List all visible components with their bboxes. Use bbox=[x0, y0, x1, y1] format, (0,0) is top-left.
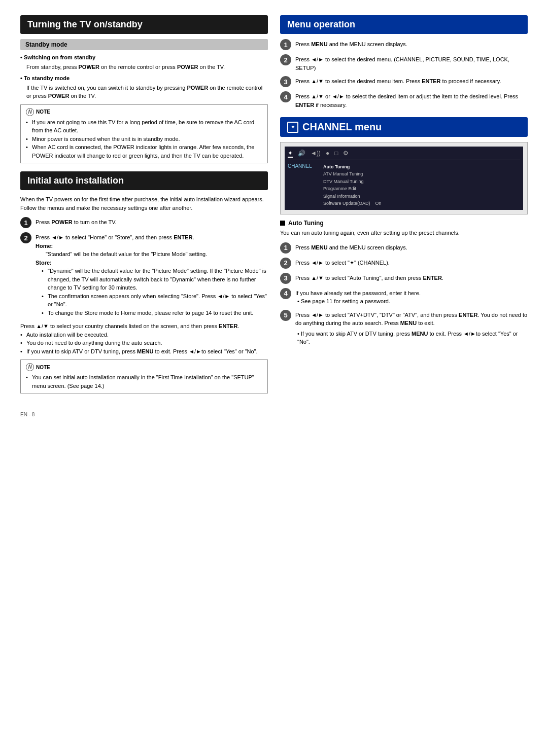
ch-step-4-content: If you have already set the password, en… bbox=[295, 288, 528, 306]
step-number-1: 1 bbox=[20, 217, 31, 228]
channel-menu-section: ✦ CHANNEL menu ✦ 🔊 ◄)) ● □ ⚙ CHANNEL bbox=[280, 117, 528, 346]
note-label-1: N NOTE bbox=[26, 108, 262, 116]
ch-step-num-3: 3 bbox=[280, 273, 291, 284]
menu-step-3-content: Press ▲/▼ to select the desired menu ite… bbox=[295, 76, 528, 86]
install-step-2: 2 Press ◄/► to select "Home" or "Store",… bbox=[20, 232, 268, 317]
note-item: Minor power is consumed when the unit is… bbox=[26, 135, 262, 143]
channel-menu-header: ✦ CHANNEL menu bbox=[280, 117, 528, 137]
menu-step-num-1: 1 bbox=[280, 39, 291, 50]
auto-tuning-intro: You can run auto tuning again, even afte… bbox=[280, 229, 528, 237]
auto-install-section: Initial auto installation When the TV po… bbox=[20, 171, 268, 393]
menu-item-auto-tuning: Auto Tuning bbox=[323, 163, 382, 170]
menu-step-num-4: 4 bbox=[280, 91, 291, 102]
note-box-1: N NOTE If you are not going to use this … bbox=[20, 104, 268, 164]
step-3-content: Press ▲/▼ to select your country channel… bbox=[20, 321, 268, 355]
auto-tuning-header: Auto Tuning bbox=[280, 220, 528, 227]
standby-mode-header: Standby mode bbox=[20, 39, 268, 50]
ch-step-num-1: 1 bbox=[280, 242, 291, 254]
channel-menu-inner: ✦ 🔊 ◄)) ● □ ⚙ CHANNEL Auto Tuning ATV Ma… bbox=[285, 147, 523, 210]
right-column: Menu operation 1 Press MENU and the MENU… bbox=[280, 15, 528, 402]
menu-step-4-content: Press ▲/▼ or ◄/► to select the desired i… bbox=[295, 91, 528, 109]
standby-mode-subheader: To standby mode bbox=[20, 74, 268, 83]
tab-setup: ⚙ bbox=[343, 150, 349, 158]
ch-step-4: 4 If you have already set the password, … bbox=[280, 288, 528, 306]
left-column: Turning the TV on/standby Standby mode S… bbox=[20, 15, 268, 402]
note-item: When AC cord is connected, the POWER ind… bbox=[26, 143, 262, 160]
ch-step-num-5: 5 bbox=[280, 310, 291, 321]
standby-text: If the TV is switched on, you can switch… bbox=[26, 84, 268, 100]
menu-operation-section: Menu operation 1 Press MENU and the MENU… bbox=[280, 15, 528, 109]
channel-menu-tabs: ✦ 🔊 ◄)) ● □ ⚙ bbox=[288, 150, 520, 160]
menu-step-num-2: 2 bbox=[280, 54, 291, 65]
note-text-label: NOTE bbox=[36, 108, 50, 116]
square-bullet-icon bbox=[280, 221, 285, 226]
channel-menu-items: Auto Tuning ATV Manual Tuning DTV Manual… bbox=[323, 163, 382, 207]
note-list-1: If you are not going to use this TV for … bbox=[26, 118, 262, 160]
ch-step4-sub: • See page 11 for setting a password. bbox=[297, 298, 390, 304]
turning-header: Turning the TV on/standby bbox=[20, 15, 268, 34]
menu-item-atv: ATV Manual Tuning bbox=[323, 170, 382, 177]
menu-step-num-3: 3 bbox=[280, 76, 291, 87]
install-step-1: 1 Press POWER to turn on the TV. bbox=[20, 217, 268, 228]
tab-lock: □ bbox=[334, 150, 338, 158]
menu-item-prog: Programme Edit bbox=[323, 185, 382, 192]
menu-step-3: 3 Press ▲/▼ to select the desired menu i… bbox=[280, 76, 528, 87]
auto-install-header: Initial auto installation bbox=[20, 171, 268, 190]
note-item-2: You can set initial auto installation ma… bbox=[26, 373, 262, 390]
ch-step-5: 5 Press ◄/► to select "ATV+DTV", "DTV" o… bbox=[280, 310, 528, 346]
ch-step-2-content: Press ◄/► to select "✦" (CHANNEL). bbox=[295, 258, 528, 267]
ch-step-num-4: 4 bbox=[280, 288, 291, 299]
store-item: "Dynamic" will be the default value for … bbox=[42, 267, 268, 292]
ch-step-3-content: Press ▲/▼ to select "Auto Tuning", and t… bbox=[295, 273, 528, 282]
store-item: To change the Store mode to Home mode, p… bbox=[42, 309, 268, 317]
menu-step-2-content: Press ◄/► to select the desired menu. (C… bbox=[295, 54, 528, 72]
menu-step-1: 1 Press MENU and the MENU screen display… bbox=[280, 39, 528, 50]
install-step-3: Press ▲/▼ to select your country channel… bbox=[20, 321, 268, 355]
ch-step5-sub: • If you want to skip ATV or DTV tuning,… bbox=[297, 330, 528, 346]
page-number: EN - 8 bbox=[20, 412, 35, 417]
note-box-2: N NOTE You can set initial auto installa… bbox=[20, 359, 268, 393]
channel-menu-title: CHANNEL menu bbox=[302, 121, 382, 133]
menu-item-signal: Signal Information bbox=[323, 193, 382, 200]
step3-list: Auto installation will be executed. You … bbox=[20, 331, 268, 356]
tab-picture: 🔊 bbox=[298, 150, 305, 158]
channel-icon: ✦ bbox=[287, 122, 298, 133]
note-icon-1: N bbox=[26, 108, 34, 116]
ch-step-3: 3 Press ▲/▼ to select "Auto Tuning", and… bbox=[280, 273, 528, 284]
note-label-2: N NOTE bbox=[26, 363, 262, 371]
channel-menu-body: CHANNEL Auto Tuning ATV Manual Tuning DT… bbox=[288, 163, 520, 207]
auto-tuning-label: Auto Tuning bbox=[288, 220, 324, 227]
auto-install-intro: When the TV powers on for the first time… bbox=[20, 195, 268, 212]
ch-step-1-content: Press MENU and the MENU screen displays. bbox=[295, 242, 528, 252]
menu-step-1-content: Press MENU and the MENU screen displays. bbox=[295, 39, 528, 49]
menu-operation-header: Menu operation bbox=[280, 15, 528, 34]
store-item: The confirmation screen appears only whe… bbox=[42, 292, 268, 309]
tab-time: ● bbox=[326, 150, 329, 158]
tab-sound: ◄)) bbox=[311, 150, 321, 158]
step3-item: Auto installation will be executed. bbox=[20, 331, 268, 339]
step-number-2: 2 bbox=[20, 232, 31, 243]
switching-text: From standby, press POWER on the remote … bbox=[26, 63, 268, 71]
note-item: If you are not going to use this TV for … bbox=[26, 118, 262, 135]
channel-label: CHANNEL bbox=[288, 163, 318, 207]
note-list-2: You can set initial auto installation ma… bbox=[26, 373, 262, 390]
tab-channel: ✦ bbox=[288, 150, 293, 158]
menu-step-2: 2 Press ◄/► to select the desired menu. … bbox=[280, 54, 528, 72]
menu-item-software: Software Update(OAD) On bbox=[323, 200, 382, 207]
channel-menu-screenshot: ✦ 🔊 ◄)) ● □ ⚙ CHANNEL Auto Tuning ATV Ma… bbox=[280, 142, 528, 214]
step-2-content: Press ◄/► to select "Home" or "Store", a… bbox=[36, 232, 268, 317]
ch-step-2: 2 Press ◄/► to select "✦" (CHANNEL). bbox=[280, 258, 528, 269]
page-layout: Turning the TV on/standby Standby mode S… bbox=[20, 15, 528, 402]
menu-item-dtv: DTV Manual Tuning bbox=[323, 178, 382, 185]
note-icon-2: N bbox=[26, 363, 34, 371]
step3-item: If you want to skip ATV or DTV tuning, p… bbox=[20, 347, 268, 356]
step3-item: You do not need to do anything during th… bbox=[20, 339, 268, 347]
switching-header: Switching on from standby bbox=[20, 53, 268, 62]
menu-step-4: 4 Press ▲/▼ or ◄/► to select the desired… bbox=[280, 91, 528, 109]
ch-step-5-content: Press ◄/► to select "ATV+DTV", "DTV" or … bbox=[295, 310, 528, 346]
note-text-label-2: NOTE bbox=[36, 364, 50, 371]
ch-step-1: 1 Press MENU and the MENU screen display… bbox=[280, 242, 528, 254]
ch-step-num-2: 2 bbox=[280, 258, 291, 269]
turning-section: Turning the TV on/standby Standby mode S… bbox=[20, 15, 268, 163]
step-1-content: Press POWER to turn on the TV. bbox=[36, 217, 268, 227]
